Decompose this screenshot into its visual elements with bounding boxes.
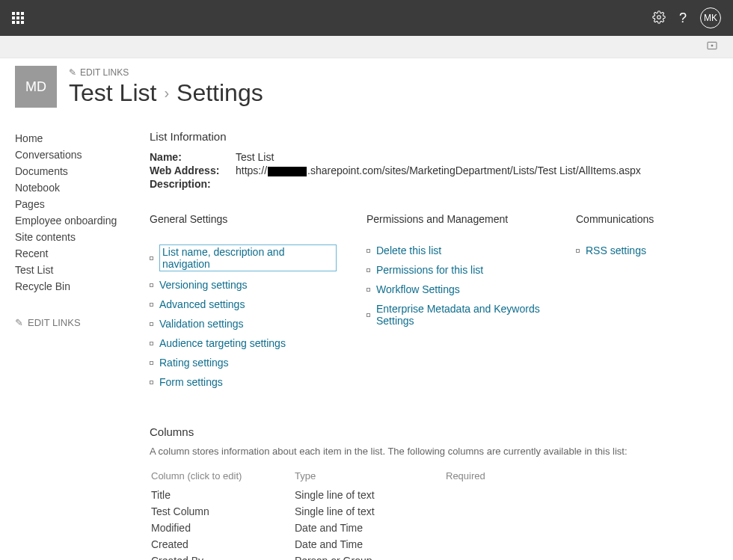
suite-bar-left (12, 12, 24, 24)
left-nav-item[interactable]: Test List (15, 262, 135, 278)
column-name-cell[interactable]: Created (151, 537, 293, 552)
left-nav-item[interactable]: Conversations (15, 147, 135, 163)
bullet-icon (150, 283, 153, 287)
settings-link[interactable]: Permissions for this list (376, 264, 483, 276)
settings-link-item: Permissions for this list (366, 264, 546, 276)
left-nav-item[interactable]: Site contents (15, 229, 135, 245)
bullet-icon (150, 256, 153, 260)
settings-link-item: Validation settings (150, 318, 337, 330)
table-row: Created ByPerson or Group (151, 553, 717, 560)
columns-description: A column stores information about each i… (150, 446, 718, 457)
left-nav-item[interactable]: Documents (15, 163, 135, 179)
address-prefix: https:// (236, 164, 267, 176)
general-settings: General Settings List name, description … (150, 213, 337, 396)
list-info-heading: List Information (150, 130, 718, 143)
column-type-cell: Single line of text (295, 487, 444, 502)
info-address-value: https://.sharepoint.com/sites/MarketingD… (236, 164, 641, 176)
edit-links-sidebar-label: EDIT LINKS (28, 317, 81, 328)
bullet-icon (150, 303, 153, 307)
info-description-label: Description: (150, 178, 236, 190)
column-name-cell[interactable]: Created By (151, 553, 293, 560)
left-nav-item[interactable]: Recycle Bin (15, 278, 135, 295)
column-name-cell[interactable]: Test Column (151, 504, 293, 519)
column-required-cell (446, 537, 717, 552)
left-nav-item[interactable]: Pages (15, 196, 135, 212)
svg-point-0 (657, 15, 661, 19)
settings-link[interactable]: List name, description and navigation (159, 244, 337, 271)
edit-links-label: EDIT LINKS (80, 67, 129, 78)
settings-link[interactable]: Enterprise Metadata and Keywords Setting… (376, 303, 546, 327)
columns-section: Columns A column stores information abou… (150, 425, 718, 560)
columns-header-row: Column (click to edit) Type Required (151, 470, 717, 486)
settings-link[interactable]: Validation settings (159, 318, 244, 330)
address-suffix: .sharepoint.com/sites/MarketingDepartmen… (307, 164, 641, 176)
bullet-icon (576, 249, 580, 253)
breadcrumb-list-link[interactable]: Test List (69, 79, 156, 107)
column-required-cell (446, 504, 717, 519)
page-header: MD ✎EDIT LINKS Test List › Settings (0, 58, 733, 108)
settings-link-item: Form settings (150, 376, 337, 388)
left-nav-item[interactable]: Employee onboarding (15, 212, 135, 229)
pencil-icon: ✎ (15, 317, 23, 328)
bullet-icon (366, 249, 370, 253)
settings-link-item: Enterprise Metadata and Keywords Setting… (366, 303, 546, 327)
left-nav-item[interactable]: Notebook (15, 179, 135, 196)
edit-links-top[interactable]: ✎EDIT LINKS (69, 67, 263, 78)
settings-link-item: Delete this list (366, 244, 546, 256)
column-name-cell[interactable]: Title (151, 487, 293, 502)
column-name-cell[interactable]: Modified (151, 520, 293, 535)
settings-link[interactable]: Advanced settings (159, 298, 245, 310)
column-required-cell (446, 553, 717, 560)
page-title: Test List › Settings (69, 79, 263, 107)
left-nav-item[interactable]: Home (15, 130, 135, 147)
settings-link-item: Versioning settings (150, 279, 337, 291)
column-type-cell: Date and Time (295, 520, 444, 535)
info-name-label: Name: (150, 151, 236, 163)
bullet-icon (366, 313, 370, 317)
gear-icon[interactable] (652, 10, 666, 26)
help-icon[interactable]: ? (679, 10, 687, 26)
settings-link[interactable]: Rating settings (159, 357, 229, 369)
table-row: TitleSingle line of text (151, 487, 717, 502)
settings-groups: General Settings List name, description … (150, 213, 718, 396)
columns-heading: Columns (150, 425, 718, 438)
settings-link[interactable]: RSS settings (586, 244, 646, 256)
content-area: List Information Name: Test List Web Add… (150, 130, 718, 560)
bullet-icon (150, 381, 153, 384)
table-row: ModifiedDate and Time (151, 520, 717, 535)
communications-settings-links: RSS settings (576, 244, 654, 256)
ribbon-bar (0, 36, 733, 58)
info-address-label: Web Address: (150, 164, 236, 176)
left-nav-item[interactable]: Recent (15, 245, 135, 262)
info-row-description: Description: (150, 177, 718, 191)
bullet-icon (366, 268, 370, 272)
user-avatar[interactable]: MK (700, 7, 721, 28)
settings-link[interactable]: Delete this list (376, 244, 441, 256)
app-launcher-icon[interactable] (12, 12, 24, 24)
columns-header-required: Required (446, 470, 717, 486)
breadcrumb-separator-icon: › (164, 84, 169, 102)
bullet-icon (150, 361, 153, 365)
settings-link[interactable]: Versioning settings (159, 279, 248, 291)
header-content: ✎EDIT LINKS Test List › Settings (69, 67, 263, 107)
table-row: Test ColumnSingle line of text (151, 504, 717, 519)
settings-link[interactable]: Audience targeting settings (159, 337, 286, 349)
settings-link-item: Audience targeting settings (150, 337, 337, 349)
settings-link[interactable]: Form settings (159, 376, 223, 388)
permissions-settings-links: Delete this listPermissions for this lis… (366, 244, 546, 327)
column-required-cell (446, 487, 717, 502)
communications-settings: Communications RSS settings (576, 213, 654, 396)
settings-link-item: List name, description and navigation (150, 244, 337, 271)
site-logo[interactable]: MD (15, 66, 57, 108)
bullet-icon (150, 342, 153, 345)
columns-header-type: Type (295, 470, 444, 486)
settings-link[interactable]: Workflow Settings (376, 283, 460, 295)
edit-links-sidebar[interactable]: ✎EDIT LINKS (15, 317, 135, 328)
table-row: CreatedDate and Time (151, 537, 717, 552)
focus-mode-icon[interactable] (706, 40, 718, 54)
suite-bar-right: ? MK (652, 7, 721, 28)
column-type-cell: Single line of text (295, 504, 444, 519)
bullet-icon (366, 288, 370, 292)
permissions-settings-heading: Permissions and Management (366, 213, 546, 225)
communications-settings-heading: Communications (576, 213, 654, 225)
